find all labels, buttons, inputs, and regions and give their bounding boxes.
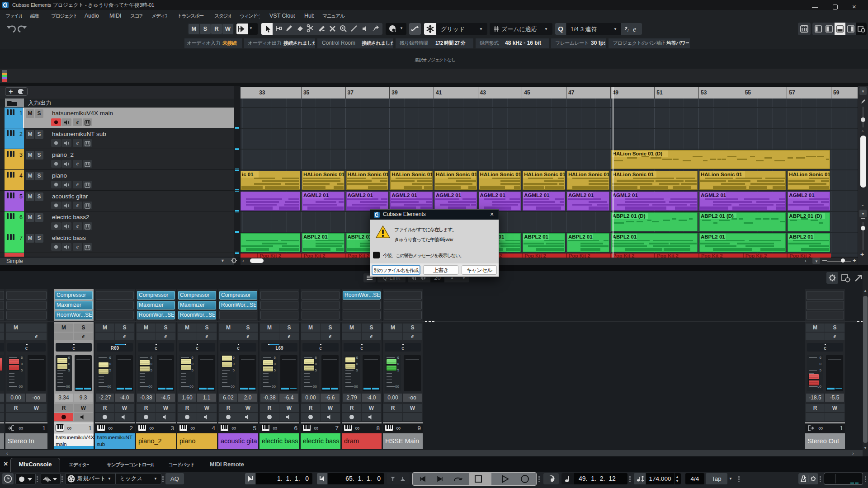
svg-text:e: e [633,25,636,33]
svg-text:/: / [627,28,629,33]
